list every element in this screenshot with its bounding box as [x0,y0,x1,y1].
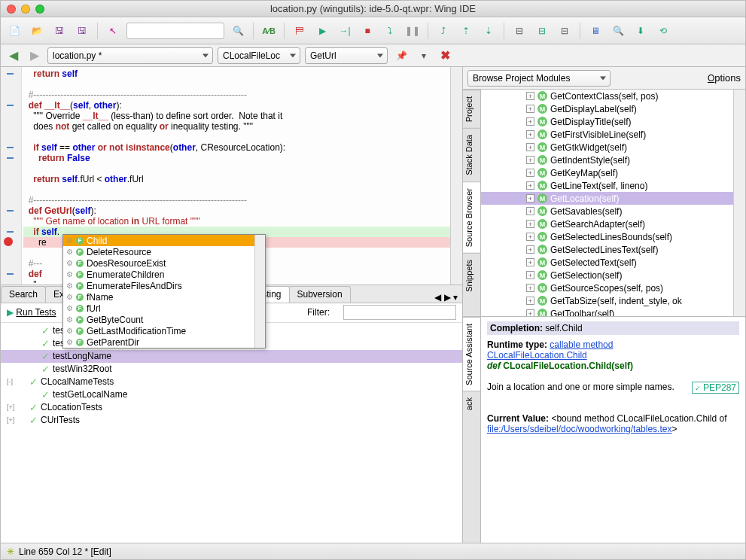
bottom-tab-subversion[interactable]: Subversion [289,286,351,303]
test-row[interactable]: [+]✓CLocationTests [1,401,462,414]
browser-item[interactable]: +MGetSelectedLinesText(self) [481,243,733,256]
test-row[interactable]: ✓testGetLocalName [1,388,462,401]
save-icon[interactable]: 🖫 [50,22,69,40]
browse-mode-combo[interactable]: Browse Project Modules [467,70,611,87]
runtime-class-link[interactable]: CLocalFileLocation.Child [487,350,587,361]
frame-down-icon[interactable]: ⇣ [480,22,498,40]
autocomplete-item[interactable]: ⚙FEnumerateChildren [63,269,254,280]
assistant-description: Join a location and one or more simple n… [487,382,674,392]
nav-fwd-button[interactable]: ▶ [26,47,43,64]
browser-item[interactable]: +MGetSavables(self) [481,205,733,218]
vtab-source-browser[interactable]: Source Browser [463,181,480,253]
titlebar: location.py (wingutils): ide-5.0-qt.wpr:… [1,1,745,17]
vtab-ack[interactable]: ack [463,391,480,416]
find-icon[interactable]: 🔍 [609,22,627,40]
browser-item[interactable]: +MGetSearchAdapter(self) [481,218,733,230]
autocomplete-item[interactable]: ⚙FChild [63,235,254,246]
current-value-link[interactable]: file:/Users/sdeibel/doc/woodworking/tabl… [487,424,671,434]
open-file-icon[interactable]: 📂 [28,22,46,40]
source-browser-tree[interactable]: +MGetContextClass(self, pos)+MGetDisplay… [481,90,733,316]
bug-icon: ✳ [7,546,14,557]
filter-label: Filter: [307,307,330,318]
browser-item[interactable]: +MGetKeyMap(self) [481,166,733,179]
browser-item[interactable]: +MGetContextClass(self, pos) [481,90,733,102]
breakpoint-edit-icon[interactable]: ⊟ [533,22,551,40]
test-row[interactable]: ✓testWin32Root [1,363,462,376]
browser-item[interactable]: +MGetGtkWidget(self) [481,141,733,154]
browser-item[interactable]: +MGetSelectedText(self) [481,256,733,269]
test-row[interactable]: [+]✓CUrlTests [1,414,462,427]
vtab-source-assistant[interactable]: Source Assistant [463,317,480,391]
browser-item[interactable]: +MGetSourceScopes(self, pos) [481,282,733,294]
bottom-tab-search[interactable]: Search [1,286,46,303]
status-text: Line 659 Col 12 * [Edit] [19,546,111,557]
browser-item[interactable]: +MGetDisplayTitle(self) [481,115,733,128]
step-out-icon[interactable]: ⤴ [434,22,452,40]
browser-item[interactable]: +MGetFirstVisibleLine(self) [481,128,733,141]
refresh-icon[interactable]: ⟲ [654,22,672,40]
autocomplete-item[interactable]: ⚙FGetLastModificationTime [63,325,254,336]
class-combo[interactable]: CLocalFileLoc [218,47,300,64]
breakpoint-icon[interactable]: ⊟ [510,22,528,40]
right-toolbar: Browse Project Modules Options [463,67,745,90]
browser-item[interactable]: +MGetTabSize(self, indent_style, ok [481,294,733,307]
editor-scrollbar[interactable] [450,67,462,285]
save-all-icon[interactable]: 🖫 [73,22,91,40]
breakpoint-marker[interactable] [4,237,13,246]
source-assistant-panel: Completion: self.Child Runtime type: cal… [481,317,745,543]
runtime-type-link[interactable]: callable method [550,339,613,350]
vtab-project[interactable]: Project [463,90,480,128]
monitor-icon[interactable]: 🖥 [586,22,604,40]
autocomplete-item[interactable]: ⚙FDeleteResource [63,246,254,257]
autocomplete-popup[interactable]: ⚙FChild⚙FDeleteResource⚙FDoesResourceExi… [62,234,266,348]
browser-item[interactable]: +MGetLineText(self, lineno) [481,179,733,192]
autocomplete-item[interactable]: ⚙FfName [63,291,254,303]
editor-gutter[interactable] [1,67,22,285]
chevron-down-icon[interactable]: ▾ [415,47,433,65]
browser-scrollbar[interactable] [733,90,745,316]
nav-back-button[interactable]: ◀ [5,47,22,64]
autocomplete-item[interactable]: ⚙FGetByteCount [63,314,254,325]
filter-input[interactable] [343,305,456,320]
browser-item[interactable]: +MGetSelection(self) [481,269,733,282]
frame-up-icon[interactable]: ⇡ [457,22,475,40]
options-button[interactable]: Options [708,72,741,84]
bottom-tab-overflow[interactable]: ◀ ▶ ▾ [430,292,462,303]
test-row[interactable]: [-]✓CLocalNameTests [1,376,462,388]
debug-icon[interactable]: ⛿ [291,22,309,40]
pin-icon[interactable]: 📌 [392,47,410,65]
autocomplete-item[interactable]: ⚙FfUrl [63,303,254,314]
vtab-stack-data[interactable]: Stack Data [463,128,480,181]
stop-icon[interactable]: ■ [358,22,376,40]
new-file-icon[interactable]: 📄 [5,22,23,40]
run-tests-button[interactable]: ▶ Run Tests [7,307,56,318]
current-value-label: Current Value: [487,413,549,424]
browser-item[interactable]: +MGetToolbar(self) [481,307,733,316]
close-file-button[interactable]: ✖ [437,48,453,62]
test-row[interactable]: ✓testLongName [1,350,462,363]
step-over-icon[interactable]: ⤵ [381,22,399,40]
method-combo[interactable]: GetUrl [305,47,388,64]
replace-icon[interactable]: A⁄B [260,22,278,40]
completion-value: self.Child [545,323,582,333]
completion-label: Completion: [490,323,543,333]
autocomplete-item[interactable]: ⚙FGetParentDir [63,336,254,348]
browser-item[interactable]: +MGetLocation(self) [481,192,733,205]
vtab-snippets[interactable]: Snippets [463,253,480,298]
autocomplete-item[interactable]: ⚙FEnumerateFilesAndDirs [63,280,254,291]
pause-icon[interactable]: ❚❚ [403,22,422,40]
browser-item[interactable]: +MGetDisplayLabel(self) [481,102,733,115]
file-combo[interactable]: location.py * [47,47,213,64]
goto-icon[interactable]: ↖ [104,22,122,40]
autocomplete-item[interactable]: ⚙FDoesResourceExist [63,257,254,269]
browser-item[interactable]: +MGetSelectedLinesBounds(self) [481,230,733,243]
step-into-icon[interactable]: →| [336,22,354,40]
run-icon[interactable]: ▶ [313,22,331,40]
download-icon[interactable]: ⬇ [632,22,650,40]
search-again-icon[interactable]: 🔍 [229,22,247,40]
autocomplete-scrollbar[interactable] [254,235,265,348]
browser-item[interactable]: +MGetIndentStyle(self) [481,154,733,166]
breakpoint-disable-icon[interactable]: ⊟ [556,22,574,40]
search-input[interactable] [126,23,224,39]
test-tree[interactable]: ✓testDotParts✓testDoubleSlash✓testLongNa… [1,323,462,543]
